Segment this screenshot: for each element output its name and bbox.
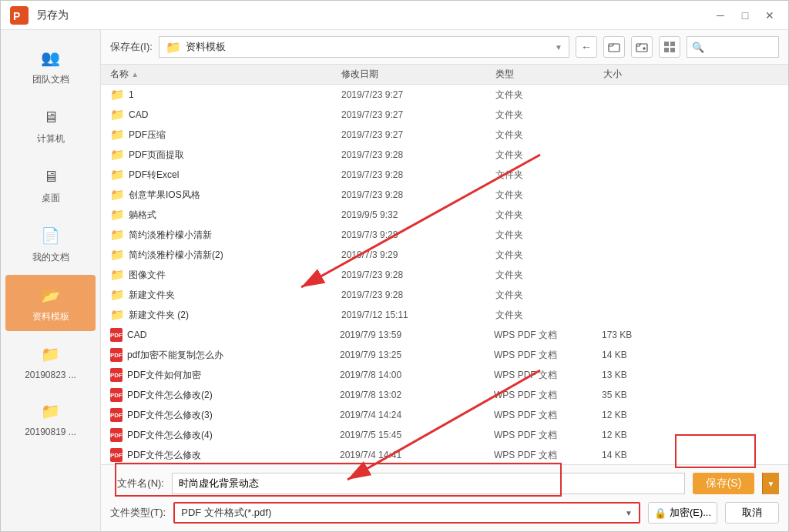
- save-dialog-window: P 另存为 ─ □ ✕ 👥 团队文档 🖥 计算机 🖥 桌面: [0, 0, 789, 532]
- file-type: WPS PDF 文档: [494, 389, 602, 402]
- table-row[interactable]: 📁 CAD 2019/7/23 9:27 文件夹: [101, 105, 788, 125]
- file-name: CAD: [129, 109, 341, 120]
- file-type: 文件夹: [495, 169, 603, 182]
- file-date: 2019/7/3 9:29: [341, 249, 495, 260]
- col-date-header[interactable]: 修改日期: [341, 68, 495, 81]
- svg-rect-8: [664, 48, 669, 52]
- table-row[interactable]: PDF PDF文件如何加密 2019/7/8 14:00 WPS PDF 文档 …: [101, 365, 788, 385]
- table-row[interactable]: 📁 简约淡雅柠檬小清新(2) 2019/7/3 9:29 文件夹: [101, 245, 788, 265]
- folder-icon: 📁: [110, 268, 124, 282]
- folder-icon: 📁: [166, 40, 181, 55]
- window-controls: ─ □ ✕: [710, 6, 781, 25]
- file-date: 2019/7/23 9:28: [341, 149, 495, 160]
- save-dropdown-button[interactable]: ▼: [762, 473, 779, 494]
- file-size: 12 KB: [602, 410, 779, 420]
- filetype-row: 文件类型(T): PDF 文件格式(*.pdf) ▼ 🔒 加密(E)... 取消: [110, 502, 779, 524]
- table-row[interactable]: 📁 新建文件夹 2019/7/23 9:28 文件夹: [101, 285, 788, 305]
- file-name: PDF转Excel: [129, 169, 341, 182]
- sidebar-item-resource-templates[interactable]: 📂 资料模板: [5, 275, 96, 331]
- table-row[interactable]: 📁 创意苹果IOS风格 2019/7/23 9:28 文件夹: [101, 185, 788, 205]
- toolbar-row: 保存在(I): 📁 资料模板 ▼ ← 🔍: [101, 30, 788, 65]
- save-in-label: 保存在(I):: [110, 40, 153, 54]
- file-size: 173 KB: [602, 330, 779, 340]
- file-name: 新建文件夹 (2): [129, 309, 341, 322]
- table-row[interactable]: 📁 1 2019/7/23 9:27 文件夹: [101, 85, 788, 105]
- folder-icon: 📁: [110, 208, 124, 222]
- table-row[interactable]: PDF PDF文件怎么修改(3) 2019/7/4 14:24 WPS PDF …: [101, 405, 788, 425]
- col-size-header[interactable]: 大小: [603, 68, 779, 81]
- file-name: 1: [129, 89, 341, 100]
- col-name-header[interactable]: 名称 ▲: [110, 68, 341, 81]
- new-folder-button[interactable]: [603, 36, 625, 58]
- search-input[interactable]: [704, 42, 788, 52]
- sidebar-item-label: 桌面: [42, 192, 60, 205]
- file-type: 文件夹: [495, 149, 603, 162]
- sidebar-item-folder-20190819[interactable]: 📁 20190819 ...: [5, 391, 96, 445]
- filetype-value: PDF 文件格式(*.pdf): [181, 506, 625, 520]
- table-row[interactable]: PDF CAD 2019/7/9 13:59 WPS PDF 文档 173 KB: [101, 325, 788, 345]
- file-type: WPS PDF 文档: [494, 329, 602, 342]
- window-title: 另存为: [36, 8, 710, 22]
- filetype-combo[interactable]: PDF 文件格式(*.pdf) ▼: [173, 502, 640, 524]
- file-size: 35 KB: [602, 390, 779, 400]
- file-size: 14 KB: [602, 350, 779, 360]
- folder-icon: 📁: [110, 88, 124, 102]
- table-row[interactable]: 📁 躺格式 2019/9/5 9:32 文件夹: [101, 205, 788, 225]
- file-list[interactable]: 📁 1 2019/7/23 9:27 文件夹 📁 CAD 2019/7/23 9…: [101, 85, 788, 464]
- close-button[interactable]: ✕: [759, 6, 781, 25]
- current-folder-text: 资料模板: [186, 40, 555, 54]
- file-date: 2019/7/8 14:00: [340, 370, 494, 380]
- table-row[interactable]: 📁 新建文件夹 (2) 2019/7/12 15:11 文件夹: [101, 305, 788, 325]
- view-toggle-button[interactable]: [659, 36, 680, 58]
- resource-templates-icon: 📂: [39, 283, 63, 307]
- sidebar-item-label: 计算机: [37, 132, 65, 146]
- search-box[interactable]: 🔍: [687, 36, 779, 58]
- filename-input[interactable]: [172, 473, 685, 494]
- table-row[interactable]: PDF PDF文件怎么修改(2) 2019/7/8 13:02 WPS PDF …: [101, 385, 788, 405]
- table-row[interactable]: 📁 PDF转Excel 2019/7/23 9:28 文件夹: [101, 165, 788, 185]
- table-row[interactable]: 📁 PDF页面提取 2019/7/23 9:28 文件夹: [101, 145, 788, 165]
- pdf-icon: PDF: [110, 428, 123, 442]
- minimize-button[interactable]: ─: [710, 6, 731, 25]
- sidebar-item-desktop[interactable]: 🖥 桌面: [5, 156, 96, 212]
- table-row[interactable]: PDF pdf加密不能复制怎么办 2019/7/9 13:25 WPS PDF …: [101, 345, 788, 365]
- file-name: PDF文件怎么修改: [127, 449, 340, 462]
- file-area: 保存在(I): 📁 资料模板 ▼ ← 🔍: [101, 30, 788, 531]
- folder-20190823-icon: 📁: [39, 342, 63, 366]
- sidebar-item-label: 20190823 ...: [25, 370, 76, 380]
- my-docs-icon: 📄: [39, 223, 63, 248]
- table-row[interactable]: PDF PDF文件怎么修改(4) 2019/7/5 15:45 WPS PDF …: [101, 425, 788, 445]
- new-folder-2-button[interactable]: [631, 36, 653, 58]
- back-button[interactable]: ←: [576, 36, 597, 58]
- sidebar-item-folder-20190823[interactable]: 📁 20190823 ...: [5, 334, 96, 388]
- encrypt-button[interactable]: 🔒 加密(E)...: [648, 502, 717, 524]
- computer-icon: 🖥: [39, 105, 63, 129]
- file-type: 文件夹: [495, 229, 603, 242]
- table-row[interactable]: 📁 简约淡雅柠檬小清新 2019/7/3 9:28 文件夹: [101, 225, 788, 245]
- sidebar: 👥 团队文档 🖥 计算机 🖥 桌面 📄 我的文档 📂 资料模板 📁 20: [1, 30, 101, 531]
- table-row[interactable]: PDF PDF文件怎么修改 2019/7/4 14:41 WPS PDF 文档 …: [101, 445, 788, 464]
- sidebar-item-my-docs[interactable]: 📄 我的文档: [5, 216, 96, 272]
- file-name: 图像文件: [129, 269, 341, 282]
- file-date: 2019/9/5 9:32: [341, 209, 495, 220]
- svg-text:P: P: [13, 10, 20, 22]
- file-name: CAD: [127, 330, 340, 340]
- folder-icon: 📁: [110, 128, 124, 142]
- maximize-button[interactable]: □: [734, 6, 756, 25]
- file-date: 2019/7/8 13:02: [340, 390, 494, 400]
- file-type: WPS PDF 文档: [494, 369, 602, 382]
- file-size: 14 KB: [602, 450, 779, 460]
- file-type: 文件夹: [495, 189, 603, 202]
- save-button[interactable]: 保存(S): [693, 473, 754, 494]
- file-type: 文件夹: [495, 89, 603, 102]
- sidebar-item-label: 20190819 ...: [25, 427, 76, 437]
- sidebar-item-team-docs[interactable]: 👥 团队文档: [5, 38, 96, 94]
- table-row[interactable]: 📁 图像文件 2019/7/23 9:28 文件夹: [101, 265, 788, 285]
- col-type-header[interactable]: 类型: [495, 68, 603, 81]
- cancel-button[interactable]: 取消: [725, 502, 779, 524]
- app-logo: P: [8, 5, 30, 26]
- table-row[interactable]: 📁 PDF压缩 2019/7/23 9:27 文件夹: [101, 125, 788, 145]
- sidebar-item-computer[interactable]: 🖥 计算机: [5, 97, 96, 153]
- file-date: 2019/7/9 13:25: [340, 350, 494, 360]
- location-combo[interactable]: 📁 资料模板 ▼: [159, 36, 569, 58]
